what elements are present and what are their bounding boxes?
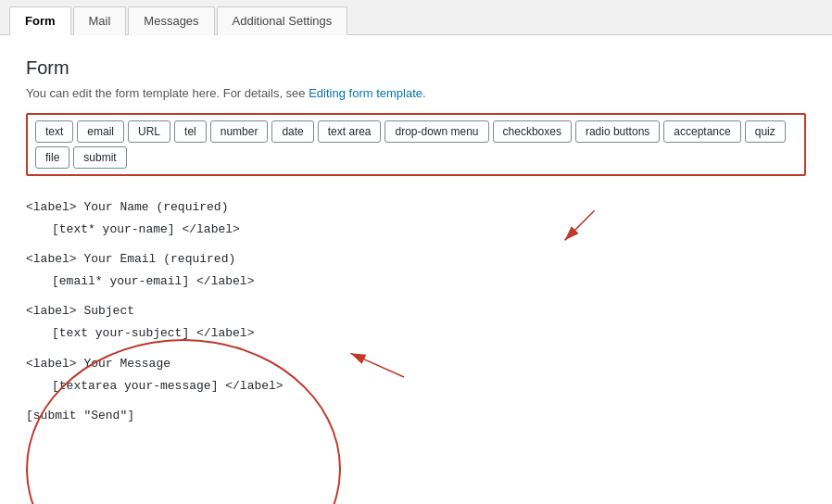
tag-btn-tel[interactable]: tel: [174, 120, 207, 143]
tab-form[interactable]: Form: [9, 6, 71, 35]
code-line: [text your-subject] </label>: [26, 322, 806, 345]
tag-btn-url[interactable]: URL: [128, 120, 170, 143]
tag-btn-text[interactable]: text: [35, 120, 73, 143]
code-line: [text* your-name] </label>: [26, 219, 806, 241]
tab-mail[interactable]: Mail: [73, 6, 127, 35]
code-line: <label> Your Message: [26, 353, 806, 375]
tab-messages[interactable]: Messages: [128, 6, 214, 35]
tag-btn-quiz[interactable]: quiz: [745, 120, 786, 143]
code-line: <label> Your Name (required): [26, 196, 806, 219]
tag-btn-file[interactable]: file: [35, 146, 69, 169]
code-line: [email* your-email] </label>: [26, 271, 806, 293]
tag-btn-text-area[interactable]: text area: [318, 120, 382, 143]
tag-btn-email[interactable]: email: [77, 120, 124, 143]
tag-btn-number[interactable]: number: [210, 120, 269, 143]
tab-additional-settings[interactable]: Additional Settings: [217, 6, 348, 35]
section-description: You can edit the form template here. For…: [26, 86, 806, 100]
tag-btn-radio-buttons[interactable]: radio buttons: [575, 120, 660, 143]
code-line: [textarea your-message] </label>: [26, 375, 806, 397]
tags-toolbar: textemailURLtelnumberdatetext areadrop-d…: [26, 113, 806, 176]
annotation-container: <label> Your Name (required)[text* your-…: [26, 193, 806, 431]
tag-btn-drop-down-menu[interactable]: drop-down menu: [384, 120, 488, 143]
tag-btn-acceptance[interactable]: acceptance: [663, 120, 740, 143]
tag-btn-checkboxes[interactable]: checkboxes: [493, 120, 572, 143]
description-suffix: .: [422, 86, 426, 100]
form-code-display: <label> Your Name (required)[text* your-…: [26, 193, 806, 431]
tag-btn-submit[interactable]: submit: [73, 146, 126, 169]
code-line: <label> Your Email (required): [26, 248, 806, 271]
editing-form-template-link[interactable]: Editing form template: [309, 86, 422, 100]
code-line: <label> Subject: [26, 300, 806, 322]
section-title: Form: [26, 57, 806, 79]
tabs-bar: Form Mail Messages Additional Settings: [0, 0, 832, 35]
tag-btn-date[interactable]: date: [271, 120, 313, 143]
content-area: Form You can edit the form template here…: [0, 35, 832, 453]
code-line: [submit "Send"]: [26, 405, 806, 427]
description-text: You can edit the form template here. For…: [26, 86, 309, 100]
